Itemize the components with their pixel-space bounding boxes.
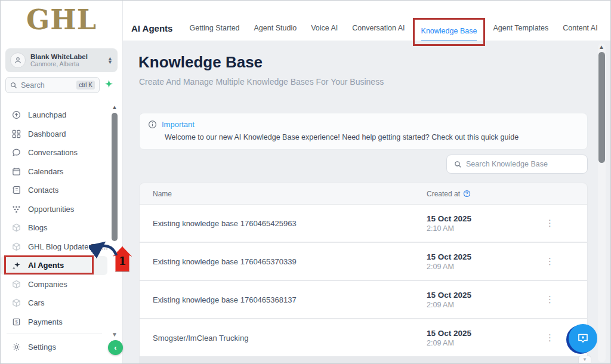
- table-row[interactable]: Existing knowledge base 1760465370339 15…: [140, 243, 587, 280]
- kb-name: Existing knowledge base 1760465425963: [153, 219, 297, 228]
- sidebar-item-label: Payments: [28, 317, 63, 326]
- kb-created-time: 2:10 AM: [427, 224, 471, 233]
- kb-created-time: 2:09 AM: [427, 339, 471, 347]
- knowledge-base-search[interactable]: [446, 155, 588, 174]
- sidebar-item-opportunities[interactable]: Opportunities: [1, 200, 111, 219]
- account-avatar-icon: [10, 53, 26, 68]
- kb-name: Existing knowledge base 1760465370339: [153, 257, 297, 266]
- account-switcher[interactable]: Blank WhiteLabel Canmore, Alberta ▲▼: [5, 48, 118, 72]
- sidebar-collapse-button[interactable]: ‹: [108, 340, 123, 355]
- knowledge-base-table: Name Created at Existing knowledge base …: [139, 183, 588, 364]
- payments-icon: $: [11, 317, 21, 326]
- kb-name: Smogster/ImClean Trucking: [153, 334, 248, 343]
- page-title: Knowledge Base: [138, 53, 263, 72]
- kb-created-date: 15 Oct 2025: [427, 291, 471, 300]
- sidebar-item-payments[interactable]: $ Payments: [1, 313, 111, 332]
- tab-voice-ai[interactable]: Voice AI: [311, 24, 338, 32]
- sidebar-nav: Launchpad Dashboard Conversations: [1, 106, 111, 331]
- kebab-menu-icon[interactable]: ⋮: [545, 256, 554, 267]
- sidebar: GHL Blank WhiteLabel Canmore, Alberta ▲▼…: [1, 1, 123, 364]
- main-content: Knowledge Base Create And Manage Multipl…: [123, 41, 611, 364]
- sidebar-item-calendars[interactable]: Calendars: [1, 162, 111, 181]
- conversations-icon: [11, 148, 21, 157]
- kb-created-time: 2:09 AM: [427, 301, 471, 309]
- sidebar-item-label: Companies: [28, 280, 67, 289]
- page-scroll-down-icon[interactable]: ▼: [578, 356, 591, 363]
- table-row[interactable]: Existing knowledge base 1760465368137 15…: [140, 281, 587, 318]
- important-banner: Important Welcome to our new AI Knowledg…: [139, 113, 588, 150]
- chat-bubble-icon: [576, 331, 590, 346]
- sparkle-icon: [11, 261, 21, 270]
- launchpad-icon: [11, 110, 21, 119]
- sidebar-item-blogs[interactable]: Blogs: [1, 218, 111, 237]
- shortcut-badge: ctrl K: [76, 81, 95, 90]
- sidebar-divider: [7, 334, 102, 334]
- main-scroll-up-icon[interactable]: ▲: [598, 44, 604, 50]
- column-header-name: Name: [153, 190, 172, 198]
- sidebar-item-ghl-blog-update[interactable]: GHL Blog Update Fol...: [1, 237, 111, 257]
- sidebar-scroll-down-icon[interactable]: ▼: [112, 332, 118, 338]
- kebab-menu-icon[interactable]: ⋮: [545, 294, 554, 305]
- banner-title: Important: [162, 120, 195, 129]
- kb-name: Existing knowledge base 1760465368137: [153, 295, 297, 304]
- kebab-menu-icon[interactable]: ⋮: [545, 332, 554, 343]
- dashboard-icon: [11, 129, 21, 138]
- kebab-menu-icon[interactable]: ⋮: [545, 218, 554, 229]
- sidebar-item-label: Launchpad: [28, 110, 66, 119]
- sidebar-scroll-up-icon[interactable]: ▲: [112, 104, 118, 110]
- brand-logo: GHL: [1, 1, 122, 39]
- sidebar-item-label: Calendars: [28, 167, 63, 176]
- sidebar-item-contacts[interactable]: Contacts: [1, 181, 111, 200]
- chat-widget-button[interactable]: [569, 324, 597, 353]
- sidebar-item-label: Cars: [28, 298, 44, 307]
- sidebar-item-label: AI Agents: [28, 261, 64, 270]
- annotation-highlight-box-knowledge-base: Knowledge Base: [413, 18, 486, 46]
- sidebar-item-dashboard[interactable]: Dashboard: [1, 125, 111, 144]
- table-row[interactable]: Smogster/ImClean Trucking 15 Oct 2025 2:…: [140, 319, 587, 356]
- knowledge-base-search-input[interactable]: [466, 160, 580, 168]
- sidebar-item-companies[interactable]: Companies: [1, 275, 111, 294]
- calendars-icon: [11, 167, 21, 176]
- cube-icon: [11, 223, 21, 232]
- svg-text:$: $: [15, 319, 18, 325]
- banner-message: Welcome to our new AI Knowledge Base exp…: [165, 133, 579, 141]
- tab-agent-templates[interactable]: Agent Templates: [493, 24, 548, 32]
- sidebar-item-ai-agents[interactable]: AI Agents: [1, 256, 107, 275]
- search-input[interactable]: [21, 81, 76, 90]
- cube-icon: [11, 298, 21, 307]
- sidebar-item-launchpad[interactable]: Launchpad: [1, 106, 111, 125]
- column-header-created-at: Created at: [427, 190, 471, 198]
- gear-icon: [11, 343, 21, 351]
- opportunities-icon: [11, 205, 21, 214]
- top-navigation-bar: AI Agents Getting Started Agent Studio V…: [123, 1, 611, 41]
- tab-content-ai[interactable]: Content AI: [563, 24, 597, 32]
- sidebar-item-label: Conversations: [28, 148, 78, 157]
- cube-icon: [11, 280, 21, 289]
- sidebar-item-label: Settings: [28, 343, 56, 351]
- sidebar-item-label: Dashboard: [28, 129, 66, 138]
- sidebar-scrollbar-thumb[interactable]: [112, 113, 118, 241]
- sidebar-item-settings[interactable]: Settings: [1, 338, 111, 357]
- page-subtitle: Create And Manage Multiple Knowledge Bas…: [139, 77, 384, 87]
- sidebar-item-label: Opportunities: [28, 205, 74, 214]
- tab-getting-started[interactable]: Getting Started: [189, 24, 239, 32]
- kb-created-date: 15 Oct 2025: [427, 214, 471, 223]
- ai-assistant-icon[interactable]: [104, 79, 113, 88]
- topnav-title: AI Agents: [131, 23, 172, 33]
- table-header: Name Created at: [140, 183, 587, 205]
- sidebar-item-cars[interactable]: Cars: [1, 294, 111, 313]
- tab-conversation-ai[interactable]: Conversation AI: [352, 24, 405, 32]
- help-circle-icon: [463, 190, 471, 198]
- account-location: Canmore, Alberta: [30, 60, 107, 67]
- main-scrollbar-thumb[interactable]: [598, 52, 605, 163]
- kb-created-time: 2:09 AM: [427, 263, 471, 271]
- cube-icon: [11, 242, 21, 251]
- chevron-updown-icon: ▲▼: [107, 57, 113, 64]
- sidebar-search[interactable]: ctrl K: [5, 77, 100, 93]
- tab-knowledge-base[interactable]: Knowledge Base: [421, 27, 477, 41]
- tab-agent-studio[interactable]: Agent Studio: [254, 24, 297, 32]
- info-icon: [148, 120, 157, 129]
- sidebar-item-label: Contacts: [28, 186, 58, 195]
- sidebar-item-conversations[interactable]: Conversations: [1, 143, 111, 162]
- table-row[interactable]: Existing knowledge base 1760465425963 15…: [140, 205, 587, 242]
